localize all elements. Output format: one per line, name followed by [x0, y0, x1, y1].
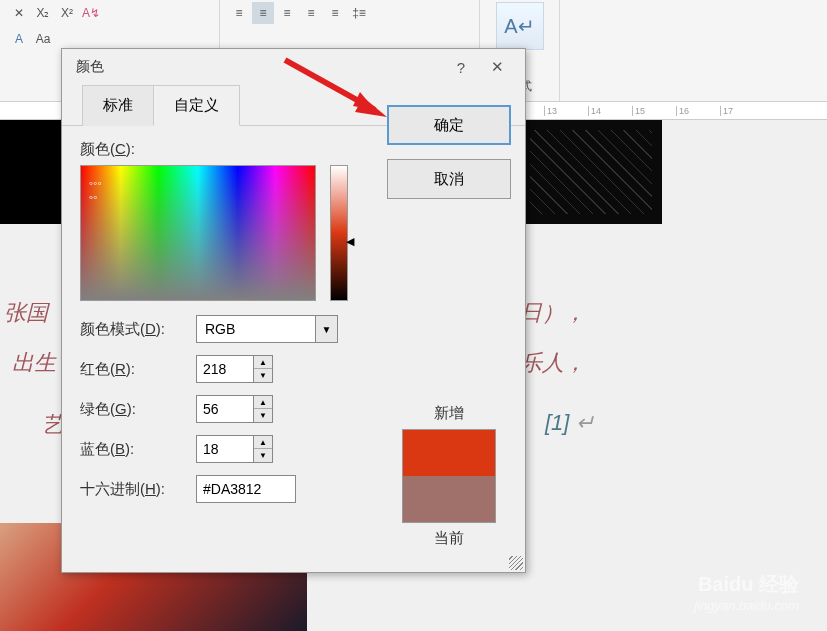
text-fragment: 张国 — [4, 298, 48, 328]
color-mode-label: 颜色模式(D): — [80, 320, 196, 339]
color-crosshair-icon: ◦◦◦◦◦ — [89, 176, 102, 204]
green-label: 绿色(G): — [80, 400, 196, 419]
change-case-icon[interactable]: Aa — [32, 28, 54, 50]
tab-standard[interactable]: 标准 — [82, 85, 154, 126]
blue-label: 蓝色(B): — [80, 440, 196, 459]
distribute-icon[interactable]: ≡ — [324, 2, 346, 24]
superscript-icon[interactable]: X² — [56, 2, 78, 24]
align-right-icon[interactable]: ≡ — [276, 2, 298, 24]
citation-link[interactable]: [1] ↵ — [545, 410, 594, 436]
strikethrough-icon[interactable]: ✕ — [8, 2, 30, 24]
current-color-swatch — [403, 476, 495, 522]
current-color-label: 当前 — [387, 529, 511, 548]
text-fragment: 乐人， — [520, 348, 586, 378]
line-spacing-icon[interactable]: ‡≡ — [348, 2, 370, 24]
blue-input[interactable] — [196, 435, 254, 463]
green-spin-down[interactable]: ▼ — [254, 409, 272, 422]
new-color-label: 新增 — [387, 404, 511, 423]
color-dialog: 颜色 ? ✕ 标准 自定义 颜色(C): ◦◦◦◦◦ ◀ 颜色模式(D): RG… — [61, 48, 526, 573]
green-input[interactable] — [196, 395, 254, 423]
color-mode-select[interactable]: RGB — [196, 315, 316, 343]
subscript-icon[interactable]: X₂ — [32, 2, 54, 24]
green-spin-up[interactable]: ▲ — [254, 396, 272, 409]
luminance-slider[interactable] — [330, 165, 348, 301]
cancel-button[interactable]: 取消 — [387, 159, 511, 199]
resize-grip-icon[interactable] — [509, 556, 523, 570]
text-fragment: 日）， — [520, 298, 586, 328]
document-image-2 — [520, 120, 662, 224]
ok-button[interactable]: 确定 — [387, 105, 511, 145]
luminance-pointer-icon: ◀ — [346, 235, 354, 248]
blue-spin-up[interactable]: ▲ — [254, 436, 272, 449]
close-button[interactable]: ✕ — [479, 53, 515, 81]
tab-custom[interactable]: 自定义 — [153, 85, 240, 126]
red-spin-down[interactable]: ▼ — [254, 369, 272, 382]
red-input[interactable] — [196, 355, 254, 383]
color-preview: 新增 当前 — [387, 404, 511, 554]
blue-spin-down[interactable]: ▼ — [254, 449, 272, 462]
text-fragment: 出生 — [12, 348, 56, 378]
hue-saturation-picker[interactable]: ◦◦◦◦◦ — [80, 165, 316, 301]
font-effects-icon[interactable]: A — [8, 28, 30, 50]
align-center-icon[interactable]: ≡ — [252, 2, 274, 24]
red-spin-up[interactable]: ▲ — [254, 356, 272, 369]
red-label: 红色(R): — [80, 360, 196, 379]
align-left-icon[interactable]: ≡ — [228, 2, 250, 24]
styles-button[interactable]: A↵ — [496, 2, 544, 50]
dialog-titlebar: 颜色 ? ✕ — [62, 49, 525, 85]
hex-input[interactable] — [196, 475, 296, 503]
dialog-title-text: 颜色 — [76, 58, 104, 76]
hex-label: 十六进制(H): — [80, 480, 196, 499]
help-button[interactable]: ? — [443, 53, 479, 81]
justify-icon[interactable]: ≡ — [300, 2, 322, 24]
chevron-down-icon[interactable]: ▼ — [316, 315, 338, 343]
clear-format-icon[interactable]: A↯ — [80, 2, 102, 24]
new-color-swatch — [403, 430, 495, 476]
